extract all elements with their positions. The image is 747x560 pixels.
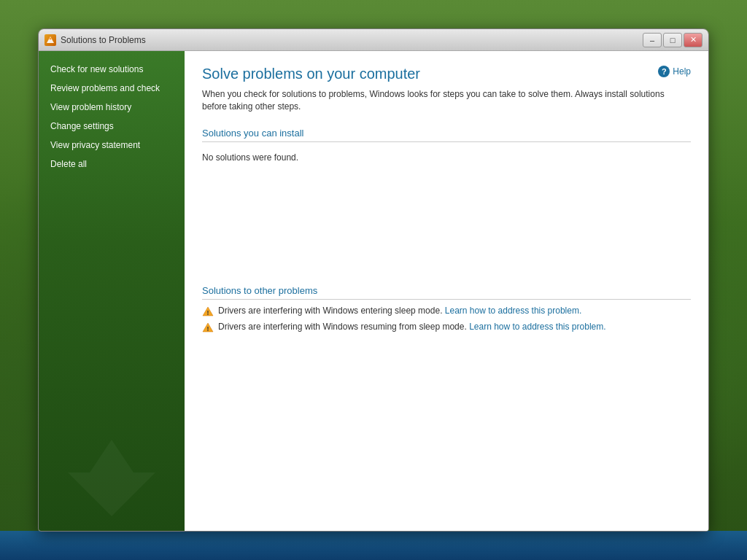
- sidebar-item-view-problem-history[interactable]: View problem history: [39, 98, 185, 117]
- warning-icon-1: !: [202, 306, 214, 317]
- window-body: Check for new solutions Review problems …: [39, 51, 708, 531]
- warning-icon-2: !: [202, 322, 214, 333]
- help-label: Help: [673, 66, 691, 77]
- minimize-button[interactable]: –: [643, 33, 662, 47]
- problem-desc-1: Drivers are interfering with Windows ent…: [218, 306, 445, 316]
- no-solutions-message: No solutions were found.: [202, 147, 691, 168]
- help-icon: ?: [658, 66, 670, 77]
- section-other-problems: Solutions to other problems ! Drivers ar…: [202, 285, 691, 333]
- sidebar-item-view-privacy[interactable]: View privacy statement: [39, 136, 185, 155]
- section-solutions-install: Solutions you can install No solutions w…: [202, 128, 691, 168]
- window-icon: [44, 34, 56, 46]
- sidebar-item-change-settings[interactable]: Change settings: [39, 117, 185, 136]
- page-title: Solve problems on your computer: [202, 66, 420, 82]
- problem-item-2: ! Drivers are interfering with Windows r…: [202, 322, 691, 333]
- svg-point-0: [50, 37, 52, 39]
- problem-item-1: ! Drivers are interfering with Windows e…: [202, 306, 691, 317]
- window-controls: – □ ✕: [643, 33, 703, 47]
- main-content: Solve problems on your computer ? Help W…: [185, 51, 708, 531]
- problem-link-1[interactable]: Learn how to address this problem.: [445, 306, 581, 316]
- sidebar-item-delete-all[interactable]: Delete all: [39, 155, 185, 174]
- svg-text:!: !: [207, 325, 209, 332]
- problem-text-2: Drivers are interfering with Windows res…: [218, 322, 606, 332]
- problem-link-2[interactable]: Learn how to address this problem.: [469, 322, 605, 332]
- close-button[interactable]: ✕: [684, 33, 703, 47]
- problem-text-1: Drivers are interfering with Windows ent…: [218, 306, 581, 316]
- section1-header: Solutions you can install: [202, 128, 691, 142]
- svg-text:!: !: [207, 309, 209, 316]
- title-bar: Solutions to Problems – □ ✕: [39, 29, 708, 51]
- main-header: Solve problems on your computer ? Help: [202, 66, 691, 82]
- main-description: When you check for solutions to problems…: [202, 88, 691, 113]
- sidebar: Check for new solutions Review problems …: [39, 51, 185, 531]
- section2-header: Solutions to other problems: [202, 285, 691, 300]
- taskbar: [0, 531, 747, 560]
- sidebar-item-review-problems[interactable]: Review problems and check: [39, 79, 185, 98]
- window-title: Solutions to Problems: [61, 35, 643, 45]
- maximize-button[interactable]: □: [663, 33, 682, 47]
- main-window: Solutions to Problems – □ ✕ Check for ne…: [38, 28, 709, 532]
- problem-desc-2: Drivers are interfering with Windows res…: [218, 322, 469, 332]
- sidebar-item-check-new-solutions[interactable]: Check for new solutions: [39, 60, 185, 79]
- help-link[interactable]: ? Help: [658, 66, 691, 77]
